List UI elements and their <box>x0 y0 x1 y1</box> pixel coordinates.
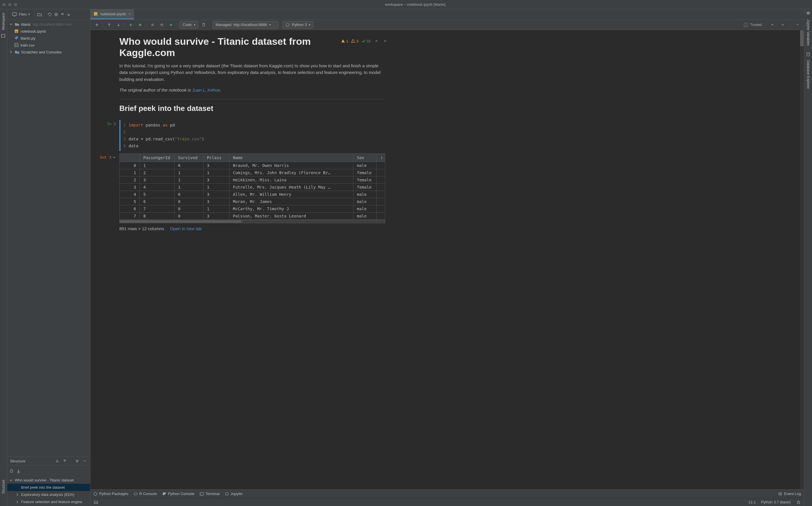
interpreter-indicator[interactable]: Python 3.7 (base) <box>761 500 791 504</box>
code-line[interactable]: 3data = pd.read_csv("train.csv") <box>121 136 385 142</box>
chevron-down-icon <box>9 478 13 482</box>
structure-item-label: Exploratory data analysis (EDA) <box>21 492 74 497</box>
more-icon[interactable] <box>794 21 802 28</box>
open-in-new-tab-link[interactable]: Open in new tab <box>170 226 202 231</box>
jupyter-variables-tab[interactable]: Jupyter Variables <box>805 16 811 49</box>
kernel-dropdown[interactable]: Managed: http://localhost:8888 ▾ <box>212 21 279 28</box>
table-row[interactable]: 2313Heikkinen, Miss. Lainafemale <box>120 176 385 184</box>
scrollbar-thumb[interactable] <box>800 30 804 46</box>
interpreter-dropdown[interactable]: Python 3 ▾ <box>282 21 313 28</box>
run-all-icon[interactable] <box>167 21 175 28</box>
terminal-tab[interactable]: Terminal <box>200 492 220 496</box>
database-explorer-tab[interactable]: Database Explorer <box>805 57 811 92</box>
table-row[interactable]: 4503Allen, Mr. William Henrymale <box>120 191 385 198</box>
event-log-tab[interactable]: Event Log <box>778 492 801 496</box>
lock-icon[interactable] <box>796 500 801 505</box>
move-down-icon[interactable] <box>115 21 123 28</box>
table-menu-button[interactable] <box>376 154 385 162</box>
structure-tool-tab[interactable]: Structure <box>0 476 7 497</box>
column-header[interactable]: Sex <box>353 154 376 162</box>
python-console-tab[interactable]: Python Console <box>162 492 195 496</box>
svg-rect-13 <box>10 470 13 472</box>
database-icon[interactable] <box>806 52 811 57</box>
debug-icon[interactable] <box>136 21 144 28</box>
workspace-tool-tab[interactable]: Workspace <box>0 9 7 33</box>
close-window-button[interactable] <box>2 3 6 6</box>
notebook-body[interactable]: Who would survive - Titanic dataset from… <box>90 30 804 489</box>
column-header[interactable]: Name <box>229 154 353 162</box>
code-editor[interactable]: 1import pandas as pd23data = pd.read_csv… <box>119 120 385 151</box>
r-console-tab[interactable]: R Console <box>134 492 157 496</box>
trusted-checkbox[interactable] <box>744 23 748 27</box>
table-cell: 3 <box>204 198 229 205</box>
column-header[interactable]: Pclass <box>204 154 229 162</box>
svg-point-34 <box>807 53 810 54</box>
file-tree-item[interactable]: train.csv <box>7 41 90 49</box>
new-folder-icon[interactable] <box>37 12 42 17</box>
output-prompt[interactable]: Out 3 <box>93 155 116 159</box>
panel-toggle-icon[interactable] <box>93 500 98 505</box>
author-link[interactable]: Juan L. Kehoe <box>192 87 220 92</box>
warning-badge[interactable]: 1 <box>341 39 348 43</box>
table-row[interactable]: 6701McCarthy, Mr. Timothy Jmale <box>120 205 385 213</box>
table-cell: 0 <box>120 162 140 169</box>
next-issue-icon[interactable] <box>382 38 388 44</box>
table-row[interactable]: 7803Palsson, Master. Gosta Leonardmale <box>120 213 385 220</box>
stop-icon[interactable] <box>149 21 157 28</box>
file-tree-item[interactable]: titanic.py <box>7 35 90 41</box>
editor-tab[interactable]: notebook.ipynb ✕ <box>90 9 134 19</box>
collapse-all-icon[interactable] <box>62 458 67 463</box>
prev-issue-icon[interactable] <box>374 38 379 44</box>
file-name: notebook.ipynb <box>20 29 46 33</box>
structure-item[interactable]: Exploratory data analysis (EDA) <box>7 491 90 498</box>
run-icon[interactable] <box>127 21 135 28</box>
ok-badge[interactable]: 55 <box>362 39 371 43</box>
cell-type-dropdown[interactable]: Code ▾ <box>179 21 199 28</box>
close-icon[interactable]: ✕ <box>128 12 131 16</box>
warning-badge[interactable]: 3 <box>351 39 358 43</box>
scrollbar-track[interactable] <box>800 30 804 489</box>
next-cell-icon[interactable] <box>779 21 787 28</box>
maximize-window-button[interactable] <box>14 3 17 6</box>
file-tree-project-root[interactable]: titanichttp://localhost:8888 from <box>7 21 90 28</box>
pin-icon[interactable] <box>9 469 14 474</box>
expand-all-icon[interactable] <box>55 458 60 463</box>
table-row[interactable]: 0103Braund, Mr. Owen Harrismale <box>120 162 385 169</box>
file-tree-item[interactable]: ip notebook.ipynb <box>7 28 90 35</box>
code-line[interactable]: 4data <box>121 142 385 149</box>
target-icon[interactable] <box>54 12 59 17</box>
line-column-indicator[interactable]: 11:1 <box>748 500 756 504</box>
autoscroll-icon[interactable] <box>16 469 21 474</box>
table-row[interactable]: 5603Moran, Mr. Jamesmale <box>120 198 385 205</box>
jupyter-tab[interactable]: Jupyter <box>225 492 243 496</box>
python-packages-tab[interactable]: Python Packages <box>93 492 128 496</box>
table-row[interactable]: 1211Cumings, Mrs. John Bradley (Florence… <box>120 169 385 176</box>
column-header[interactable] <box>120 154 140 162</box>
table-cell: male <box>353 205 376 213</box>
collapse-icon[interactable] <box>66 12 71 17</box>
file-tree-scratches[interactable]: Scratches and Consoles <box>7 49 90 56</box>
expand-icon[interactable] <box>60 12 65 17</box>
stack-icon[interactable] <box>806 11 811 16</box>
column-header[interactable]: Survived <box>174 154 204 162</box>
column-header[interactable]: PassengerId <box>140 154 174 162</box>
delete-cell-icon[interactable] <box>200 21 208 28</box>
add-cell-icon[interactable] <box>93 21 101 28</box>
move-up-icon[interactable] <box>105 21 113 28</box>
structure-item[interactable]: Brief peek into the dataset <box>7 484 90 491</box>
scrollbar-thumb[interactable] <box>120 220 241 223</box>
structure-item[interactable]: Who would survive - Titanic dataset <box>7 477 90 484</box>
minimize-window-button[interactable] <box>8 3 12 6</box>
code-line[interactable]: 2 <box>121 129 385 136</box>
horizontal-scrollbar[interactable] <box>119 220 385 223</box>
table-row[interactable]: 3411Futrelle, Mrs. Jacques Heath (Lily M… <box>120 184 385 191</box>
structure-item[interactable]: Feature selection and feature engine <box>7 498 90 505</box>
files-dropdown[interactable]: Files ▾ <box>9 11 32 18</box>
prev-cell-icon[interactable] <box>768 21 777 28</box>
table-cell: male <box>353 198 376 205</box>
restart-icon[interactable] <box>158 21 166 28</box>
gear-icon[interactable] <box>75 458 80 463</box>
minimize-icon[interactable] <box>82 458 87 463</box>
code-line[interactable]: 1import pandas as pd <box>121 121 385 129</box>
sync-icon[interactable] <box>47 12 52 17</box>
